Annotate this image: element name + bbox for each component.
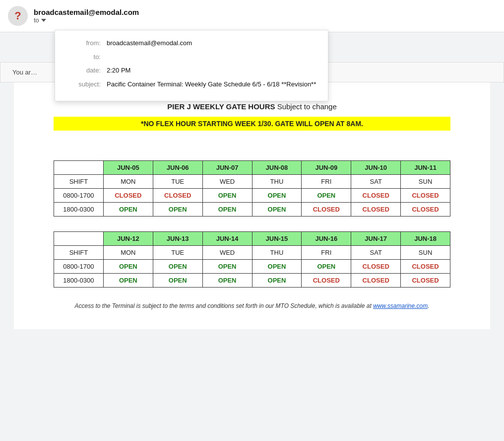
cell-1-1: OPEN bbox=[153, 203, 202, 217]
date-header-6: JUN-18 bbox=[401, 232, 450, 246]
footer-text: Access to the Terminal is subject to the… bbox=[54, 302, 450, 309]
date-header-4: JUN-09 bbox=[302, 161, 351, 175]
table-row: 0800-1700OPENOPENOPENOPENOPENCLOSEDCLOSE… bbox=[54, 260, 450, 274]
day-header-3: THU bbox=[252, 175, 302, 189]
day-header-0: MON bbox=[103, 246, 153, 260]
day-header-1: TUE bbox=[153, 175, 202, 189]
shift-label: SHIFT bbox=[54, 175, 104, 189]
tooltip-date-row: date: 2:20 PM bbox=[67, 66, 316, 75]
shift-label: SHIFT bbox=[54, 246, 104, 260]
date-header-1: JUN-13 bbox=[153, 232, 202, 246]
day-header-0: MON bbox=[103, 175, 153, 189]
cell-1-1: OPEN bbox=[153, 274, 202, 288]
to-label-tooltip: to: bbox=[67, 52, 107, 62]
date-header-3: JUN-15 bbox=[252, 232, 302, 246]
pier-title-rest: Subject to change bbox=[275, 102, 337, 111]
table-row: 1800-0300OPENOPENOPENOPENCLOSEDCLOSEDCLO… bbox=[54, 274, 450, 288]
shift-time-0: 0800-1700 bbox=[54, 189, 104, 203]
email-header: ? broadcastemail@emodal.com to bbox=[0, 0, 504, 32]
subject-value: Pacific Container Terminal: Weekly Gate … bbox=[107, 79, 316, 89]
cell-1-2: OPEN bbox=[202, 274, 252, 288]
tooltip-to-row: to: bbox=[67, 52, 316, 62]
date-header-0: JUN-05 bbox=[103, 161, 153, 175]
email-body: PIER J WEEKLY GATE HOURS Subject to chan… bbox=[14, 82, 490, 329]
pier-title-bold: PIER J WEEKLY GATE HOURS bbox=[167, 102, 275, 111]
date-header-5: JUN-10 bbox=[351, 161, 401, 175]
cell-0-2: OPEN bbox=[202, 260, 252, 274]
table-row: 1800-0300OPENOPENOPENOPENCLOSEDCLOSEDCLO… bbox=[54, 203, 450, 217]
date-header-6: JUN-11 bbox=[401, 161, 450, 175]
schedule-table-2: JUN-12JUN-13JUN-14JUN-15JUN-16JUN-17JUN-… bbox=[54, 231, 450, 288]
shift-time-1: 1800-0300 bbox=[54, 203, 104, 217]
from-value: broadcastemail@emodal.com bbox=[107, 38, 316, 48]
day-header-5: SAT bbox=[351, 175, 401, 189]
cell-0-2: OPEN bbox=[202, 189, 252, 203]
date-label: date: bbox=[67, 66, 107, 75]
cell-0-5: CLOSED bbox=[351, 260, 401, 274]
cell-0-5: CLOSED bbox=[351, 189, 401, 203]
cell-1-3: OPEN bbox=[252, 274, 302, 288]
cell-0-3: OPEN bbox=[252, 189, 302, 203]
cell-1-0: OPEN bbox=[103, 203, 153, 217]
notice-bar: *NO FLEX HOUR STARTING WEEK 1/30. GATE W… bbox=[54, 117, 450, 131]
cell-0-4: OPEN bbox=[302, 189, 351, 203]
cell-1-5: CLOSED bbox=[351, 274, 401, 288]
cell-1-2: OPEN bbox=[202, 203, 252, 217]
to-dropdown-arrow[interactable] bbox=[41, 19, 46, 22]
date-header-0: JUN-12 bbox=[103, 232, 153, 246]
to-row: to bbox=[34, 16, 139, 24]
cell-0-6: CLOSED bbox=[401, 260, 450, 274]
date-header-3: JUN-08 bbox=[252, 161, 302, 175]
date-header-2: JUN-14 bbox=[202, 232, 252, 246]
date-header-2: JUN-07 bbox=[202, 161, 252, 175]
cell-0-6: CLOSED bbox=[401, 189, 450, 203]
cell-0-1: OPEN bbox=[153, 260, 202, 274]
schedule-table-1: JUN-05JUN-06JUN-07JUN-08JUN-09JUN-10JUN-… bbox=[54, 160, 450, 217]
day-header-6: SUN bbox=[401, 175, 450, 189]
cell-0-1: CLOSED bbox=[153, 189, 202, 203]
sender-email: broadcastemail@emodal.com bbox=[34, 8, 139, 16]
table-corner bbox=[54, 232, 104, 246]
avatar: ? bbox=[8, 6, 28, 26]
to-value-tooltip bbox=[107, 52, 316, 62]
day-header-4: FRI bbox=[302, 175, 351, 189]
date-header-1: JUN-06 bbox=[153, 161, 202, 175]
date-value: 2:20 PM bbox=[107, 66, 316, 75]
cell-1-5: CLOSED bbox=[351, 203, 401, 217]
to-label: to bbox=[34, 16, 39, 24]
shift-time-0: 0800-1700 bbox=[54, 260, 104, 274]
date-header-5: JUN-17 bbox=[351, 232, 401, 246]
cell-0-0: CLOSED bbox=[103, 189, 153, 203]
footer-link[interactable]: www.ssamarine.com bbox=[373, 302, 428, 309]
tooltip-card: from: broadcastemail@emodal.com to: date… bbox=[55, 30, 328, 101]
cell-0-0: OPEN bbox=[103, 260, 153, 274]
cell-1-4: CLOSED bbox=[302, 274, 351, 288]
tooltip-subject-row: subject: Pacific Container Terminal: Wee… bbox=[67, 79, 316, 89]
footer-text-before: Access to the Terminal is subject to the… bbox=[74, 302, 373, 309]
day-header-2: WED bbox=[202, 246, 252, 260]
day-header-1: TUE bbox=[153, 246, 202, 260]
footer-text-after: . bbox=[428, 302, 429, 309]
shift-time-1: 1800-0300 bbox=[54, 274, 104, 288]
subject-label: subject: bbox=[67, 79, 107, 89]
cell-1-3: OPEN bbox=[252, 203, 302, 217]
day-header-3: THU bbox=[252, 246, 302, 260]
day-header-5: SAT bbox=[351, 246, 401, 260]
pier-title: PIER J WEEKLY GATE HOURS Subject to chan… bbox=[54, 102, 450, 111]
cell-1-6: CLOSED bbox=[401, 274, 450, 288]
cell-0-4: OPEN bbox=[302, 260, 351, 274]
from-label: from: bbox=[67, 38, 107, 48]
table-row: 0800-1700CLOSEDCLOSEDOPENOPENOPENCLOSEDC… bbox=[54, 189, 450, 203]
date-header-4: JUN-16 bbox=[302, 232, 351, 246]
cell-1-4: CLOSED bbox=[302, 203, 351, 217]
sender-info: broadcastemail@emodal.com to bbox=[34, 8, 139, 24]
cell-1-0: OPEN bbox=[103, 274, 153, 288]
day-header-6: SUN bbox=[401, 246, 450, 260]
table-corner bbox=[54, 161, 104, 175]
cell-0-3: OPEN bbox=[252, 260, 302, 274]
day-header-2: WED bbox=[202, 175, 252, 189]
tooltip-from-row: from: broadcastemail@emodal.com bbox=[67, 38, 316, 48]
cell-1-6: CLOSED bbox=[401, 203, 450, 217]
day-header-4: FRI bbox=[302, 246, 351, 260]
